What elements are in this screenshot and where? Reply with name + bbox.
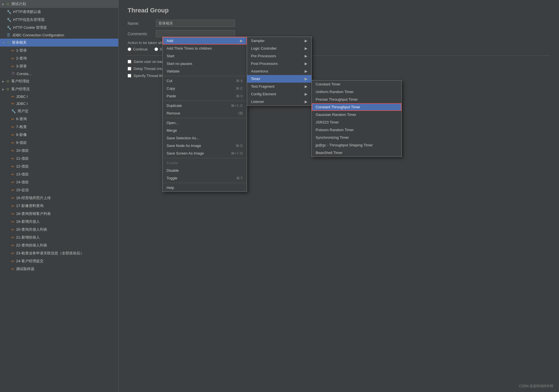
sidebar-item-item-11[interactable]: ✏11-借款 — [0, 155, 118, 162]
sidebar-item-item-18[interactable]: ✏18-查询营销客户列表 — [0, 210, 118, 218]
sidebar-item-item-const[interactable]: ⏱Consta... — [0, 70, 118, 77]
sidebar-item-item-7[interactable]: ✏7-检查 — [0, 123, 118, 131]
name-input[interactable] — [156, 20, 235, 27]
sidebar-item-item-17[interactable]: ✏17-影像资料查询 — [0, 202, 118, 210]
sidebar-item-test-plan[interactable]: ▶⚙测试计划 — [0, 0, 118, 8]
timer-submenu-item-jpgc-timer[interactable]: jp@gc - Throughput Shaping Timer — [312, 141, 401, 149]
sidebar-item-item-13[interactable]: ✏13-借款 — [0, 170, 118, 178]
add-submenu-item-logic-controller[interactable]: Logic Controller▶ — [247, 45, 311, 52]
add-submenu-item-assertions[interactable]: Assertions▶ — [247, 67, 311, 75]
add-submenu-item-timer[interactable]: Timer▶ — [247, 75, 311, 83]
context-menu-item-save-node-image[interactable]: Save Node As Image⌘-G — [163, 142, 247, 149]
sidebar-item-item-24[interactable]: ✏24-客户经理提交 — [0, 257, 118, 265]
sidebar-item-item-20[interactable]: ✏20-查询共借人列表 — [0, 226, 118, 234]
sidebar-label-item-2: 2-查询 — [16, 56, 27, 61]
same-user-label: Same user on each — [134, 60, 165, 64]
sidebar-item-jdbc-config[interactable]: 🗄JDBC Connection Configuration — [0, 32, 118, 39]
context-menu-item-merge[interactable]: Merge — [163, 127, 247, 134]
sidebar-icon-script: ✏ — [2, 64, 14, 69]
sidebar-item-item-16[interactable]: ✏16-经营场所照片上传 — [0, 194, 118, 202]
timer-submenu: Constant TimerUniform Random TimerPrecis… — [311, 80, 402, 157]
sidebar-icon-timer: ⏱ — [2, 72, 15, 76]
context-menu-item-start-no-pauses[interactable]: Start no pauses — [163, 60, 247, 67]
timer-submenu-item-gaussian-random-timer[interactable]: Gaussian Random Timer — [312, 111, 401, 118]
context-menu-item-disable[interactable]: Disable — [163, 167, 247, 174]
timer-submenu-item-beanshell-timer[interactable]: BeanShell Timer — [312, 149, 401, 157]
shortcut-save-node-image: ⌘-G — [236, 144, 243, 148]
shortcut-paste: ⌘-V — [236, 94, 243, 98]
context-menu-item-add-think[interactable]: Add Think Times to children — [163, 45, 247, 52]
context-menu-item-save-screen-image[interactable]: Save Screen As Image⌘+⇧-G — [163, 149, 247, 157]
menu-item-label-start-no-pauses: Start no pauses — [167, 61, 192, 66]
sidebar-item-item-3[interactable]: ✏3-荣誉 — [0, 62, 118, 70]
timer-submenu-item-poisson-random-timer[interactable]: Poisson Random Timer — [312, 126, 401, 134]
context-menu-item-toggle[interactable]: Toggle⌘-T — [163, 174, 247, 182]
context-menu-item-paste[interactable]: Paste⌘-V — [163, 92, 247, 100]
name-row: Name: — [128, 20, 550, 27]
sidebar-item-jdbc-2[interactable]: ✏JDBC I — [0, 100, 118, 107]
sidebar-item-user-def[interactable]: 🔧用户定 — [0, 107, 118, 115]
timer-submenu-item-uniform-random-timer[interactable]: Uniform Random Timer — [312, 88, 401, 96]
add-submenu-item-post-processors[interactable]: Post Processors▶ — [247, 60, 311, 67]
sidebar-item-http-cookie[interactable]: 🔧HTTP Cookie 管理器 — [0, 24, 118, 32]
add-submenu-item-listener[interactable]: Listener▶ — [247, 98, 311, 105]
sidebar-item-item-21[interactable]: ✏21-新增担保人 — [0, 234, 118, 241]
menu-item-label-add: Add — [167, 39, 173, 43]
sidebar-icon-script: ✏ — [2, 259, 14, 263]
timer-submenu-item-constant-timer[interactable]: Constant Timer — [312, 80, 401, 88]
sidebar-item-login-group[interactable]: ▼⚙登录相关 — [0, 39, 118, 47]
sidebar-item-item-15[interactable]: ✏15-征信 — [0, 186, 118, 194]
menu-separator — [163, 101, 247, 101]
context-menu-item-save-selection[interactable]: Save Selection As... — [163, 134, 247, 142]
sidebar-item-http-header[interactable]: 🔧HTTP信息头管理器 — [0, 16, 118, 24]
context-menu-item-copy[interactable]: Copy⌘-C — [163, 85, 247, 92]
radio-1[interactable] — [154, 47, 158, 51]
context-menu-item-remove[interactable]: Remove⌫ — [163, 109, 247, 117]
timer-submenu-item-constant-throughput-timer[interactable]: Constant Throughput Timer — [312, 103, 401, 111]
sidebar-item-item-9[interactable]: ✏9-借款 — [0, 139, 118, 147]
delay-thread-checkbox[interactable] — [128, 67, 131, 71]
sidebar-item-item-14[interactable]: ✏14-借款 — [0, 178, 118, 186]
sidebar-item-manager-group1[interactable]: ▶⚙客户经理处 — [0, 77, 118, 85]
context-menu-item-help[interactable]: Help — [163, 184, 247, 191]
timer-submenu-item-synchronizing-timer[interactable]: Synchronizing Timer — [312, 134, 401, 141]
context-menu-item-duplicate[interactable]: Duplicate⌘+⇧-C — [163, 102, 247, 109]
sidebar-item-jdbc-1[interactable]: ✏JDBC I — [0, 93, 118, 100]
sidebar-item-item-1[interactable]: ✏1-登录 — [0, 47, 118, 54]
timer-submenu-item-precise-throughput-timer[interactable]: Precise Throughput Timer — [312, 96, 401, 103]
timer-submenu-item-jsr223-timer[interactable]: JSR223 Timer — [312, 118, 401, 126]
sidebar-icon-gear: ⚙ — [6, 87, 10, 91]
add-submenu-container: Sampler▶Logic Controller▶Pre Processors▶… — [247, 37, 312, 106]
sidebar-item-http-default[interactable]: 🔧HTTP请求默认值 — [0, 8, 118, 16]
sidebar-item-item-2[interactable]: ✏2-查询 — [0, 54, 118, 62]
context-menu-item-start[interactable]: Start — [163, 52, 247, 60]
add-submenu-label-logic-controller: Logic Controller — [251, 46, 277, 50]
specify-lifetime-checkbox[interactable] — [128, 74, 131, 78]
radio-item-0[interactable]: Continue — [128, 47, 148, 51]
add-submenu-item-pre-processors[interactable]: Pre Processors▶ — [247, 52, 311, 60]
sidebar-icon-script: ✏ — [2, 56, 14, 61]
sidebar-item-manager-group2[interactable]: ▶⚙客户经理况 — [0, 85, 118, 93]
add-submenu-item-config-element[interactable]: Config Element▶ — [247, 90, 311, 98]
add-submenu-item-sampler[interactable]: Sampler▶ — [247, 37, 311, 45]
sidebar-item-item-debug[interactable]: ✏调试取样器 — [0, 265, 118, 273]
context-menu-item-open[interactable]: Open... — [163, 119, 247, 127]
sidebar-item-item-12[interactable]: ✏12-借款 — [0, 162, 118, 170]
shortcut-remove: ⌫ — [238, 111, 243, 115]
sidebar-item-item-10[interactable]: ✏10-借款 — [0, 147, 118, 155]
sidebar-item-item-8[interactable]: ✏8-影像 — [0, 131, 118, 139]
sidebar-item-item-19[interactable]: ✏19-新增共借人 — [0, 218, 118, 226]
sidebar-item-item-23[interactable]: ✏23-检查业务申请关联信息（全部添加后） — [0, 249, 118, 257]
radio-0[interactable] — [128, 47, 131, 51]
context-menu-item-validate[interactable]: Validate — [163, 67, 247, 75]
sidebar-item-item-6[interactable]: ✏6-查询 — [0, 115, 118, 123]
comments-input[interactable] — [156, 30, 235, 37]
context-menu-item-cut[interactable]: Cut⌘-X — [163, 77, 247, 85]
timer-submenu-label-uniform-random-timer: Uniform Random Timer — [316, 90, 353, 94]
context-menu-item-add[interactable]: Add▶ — [163, 37, 247, 45]
same-user-checkbox[interactable] — [128, 60, 131, 63]
sidebar-label-item-8: 8-影像 — [16, 132, 27, 137]
sidebar-item-item-22[interactable]: ✏22-查询担保人列表 — [0, 241, 118, 249]
add-submenu-item-test-fragment[interactable]: Test Fragment▶ — [247, 83, 311, 90]
menu-item-label-remove: Remove — [167, 111, 180, 115]
